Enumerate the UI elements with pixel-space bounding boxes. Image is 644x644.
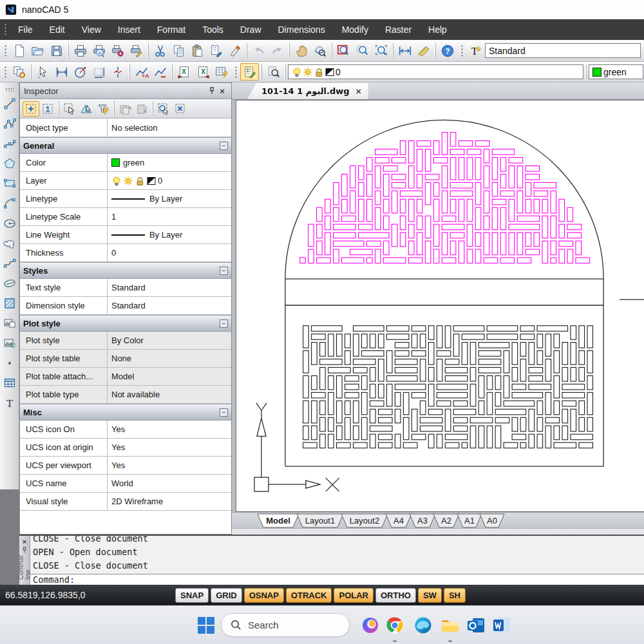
draw-hatch-button[interactable] [1, 293, 18, 313]
properties-button[interactable] [240, 63, 259, 80]
word-icon[interactable] [492, 616, 511, 635]
object-type-value[interactable]: No selection [108, 118, 231, 137]
draw-toolbar-grip[interactable] [5, 88, 14, 91]
redo-button[interactable] [268, 42, 287, 59]
excel-import-button[interactable]: X [175, 63, 193, 80]
collapse-icon[interactable]: − [220, 267, 228, 275]
draw-polygon-button[interactable] [1, 153, 18, 173]
find-button[interactable] [264, 63, 283, 80]
collapse-icon[interactable]: − [220, 319, 228, 328]
measure-distance-button[interactable] [395, 42, 414, 59]
property-value[interactable]: 2D Wireframe [108, 493, 231, 510]
insert-image-button[interactable] [1, 333, 18, 353]
toggle-otrack[interactable]: OTRACK [286, 588, 332, 603]
drawing-canvas[interactable] [236, 100, 644, 512]
text-style-icon[interactable]: T [466, 42, 485, 59]
clear-selection-button[interactable] [172, 101, 189, 117]
property-value[interactable]: Standard [108, 279, 231, 296]
menu-file[interactable]: File [10, 19, 41, 40]
property-value[interactable]: World [108, 475, 231, 492]
zoom-orbit-button[interactable] [310, 42, 329, 59]
publish-button[interactable] [127, 42, 146, 59]
command-history[interactable]: CLOSE - Close documentOPEN - Open docume… [30, 536, 644, 574]
dim-rectangle-button[interactable] [90, 63, 108, 80]
document-tab[interactable]: 101-14 1 البوم.dwg × [247, 83, 368, 99]
copy-settings-button[interactable] [117, 101, 133, 117]
plot-settings-button[interactable] [108, 42, 127, 59]
select-one-button[interactable]: 1 [39, 101, 56, 117]
layer-combo[interactable]: 0 [288, 64, 583, 79]
edge-icon[interactable] [413, 616, 433, 635]
print-button[interactable] [71, 42, 90, 59]
cut-button[interactable] [151, 42, 169, 59]
taskbar-search[interactable]: Search [221, 613, 350, 637]
menu-grip[interactable] [4, 23, 7, 36]
property-value[interactable]: Yes [108, 457, 231, 474]
dim-linear-button[interactable] [52, 63, 71, 80]
property-value[interactable]: Yes [108, 421, 231, 438]
draw-cloud-button[interactable] [1, 233, 18, 253]
start-button[interactable] [196, 616, 216, 635]
menu-tools[interactable]: Tools [194, 19, 232, 40]
layout-tab-a1[interactable]: A1 [457, 514, 482, 527]
property-value[interactable]: Standard [108, 297, 231, 314]
copy-properties-button[interactable] [207, 42, 225, 59]
draw-table-button[interactable] [1, 373, 18, 393]
toolbar1-grip[interactable] [4, 44, 7, 57]
menu-format[interactable]: Format [149, 19, 194, 40]
toggle-grid[interactable]: GRID [211, 588, 242, 603]
ruler-button[interactable] [414, 42, 433, 59]
zoom-extents-button[interactable] [372, 42, 390, 59]
paste-settings-button[interactable] [133, 101, 150, 117]
property-value[interactable]: Yes [108, 439, 231, 456]
mirror-select-button[interactable] [78, 101, 95, 117]
color-combo[interactable]: green [589, 64, 643, 79]
toggle-sh[interactable]: SH [444, 588, 466, 603]
layout-tab-a2[interactable]: A2 [433, 514, 459, 527]
command-close-button[interactable]: × [21, 537, 29, 545]
property-value[interactable]: By Color [108, 332, 231, 349]
draw-circle-button[interactable] [1, 213, 18, 233]
toggle-snap[interactable]: SNAP [175, 588, 209, 603]
property-value[interactable]: Model [108, 368, 231, 385]
toggle-sw[interactable]: SW [418, 588, 442, 603]
help-button[interactable]: ? [438, 42, 457, 59]
pan-button[interactable] [292, 42, 310, 59]
layout-tab-layout2[interactable]: Layout2 [341, 514, 388, 527]
toolbar2-grip[interactable] [4, 66, 7, 79]
layout-tab-model[interactable]: Model [258, 514, 299, 527]
layout-tab-a3[interactable]: A3 [410, 514, 435, 527]
zoom-window-button[interactable] [334, 42, 353, 59]
draw-3dpoly-button[interactable] [1, 133, 18, 153]
pedit-remove-button[interactable] [151, 63, 169, 80]
add-to-selection-button[interactable] [23, 101, 39, 117]
draw-line-button[interactable] [1, 93, 18, 113]
table-wizard-button[interactable] [212, 63, 231, 80]
quick-select-button[interactable] [33, 63, 52, 80]
section-plot-style[interactable]: Plot style− [20, 315, 231, 332]
draw-arc-button[interactable] [1, 193, 18, 213]
menu-modify[interactable]: Modify [334, 19, 377, 40]
inspector-pin-button[interactable] [207, 86, 217, 96]
toggle-polar[interactable]: POLAR [334, 588, 374, 603]
chrome-icon[interactable] [385, 616, 404, 635]
section-styles[interactable]: Styles− [20, 262, 231, 279]
copy-button[interactable] [169, 42, 188, 59]
property-value[interactable]: 1 [108, 208, 231, 225]
draw-point-button[interactable] [1, 353, 18, 373]
pick-objects-button[interactable] [61, 101, 78, 117]
print-preview-button[interactable]: A [90, 42, 108, 59]
dim-radius-button[interactable] [71, 63, 90, 80]
menu-insert[interactable]: Insert [109, 19, 149, 40]
property-value[interactable]: By Layer [108, 190, 231, 207]
menu-edit[interactable]: Edit [41, 19, 73, 40]
save-button[interactable] [47, 42, 66, 59]
zoom-dynamic-button[interactable] [353, 42, 372, 59]
excel-export-button[interactable]: X [193, 63, 212, 80]
menu-dimensions[interactable]: Dimensions [270, 19, 334, 40]
copilot-icon[interactable] [361, 616, 380, 635]
file-explorer-icon[interactable] [440, 616, 460, 635]
menu-raster[interactable]: Raster [377, 19, 420, 40]
property-value[interactable]: 0 [108, 172, 231, 189]
draw-polyline-button[interactable] [1, 113, 18, 133]
